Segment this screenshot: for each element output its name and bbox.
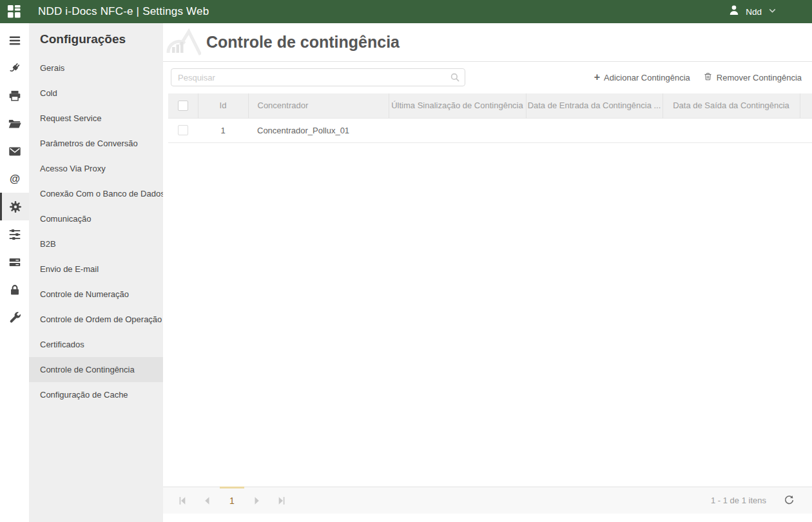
- grid-header-ultima-sinalizacao[interactable]: Última Sinalização de Contingência: [389, 93, 526, 118]
- printer-icon[interactable]: [0, 82, 29, 110]
- topbar: NDD i-Docs NFC-e | Settings Web Ndd: [0, 0, 812, 23]
- sidebar-item-conexao-banco[interactable]: Conexão Com o Banco de Dados: [29, 181, 163, 206]
- row-checkbox[interactable]: [178, 125, 188, 135]
- grid-header-row: Id Concentrador Última Sinalização de Co…: [168, 93, 812, 118]
- grid-pager: 1 1 - 1 de 1 itens: [163, 487, 812, 514]
- menu-icon[interactable]: [0, 26, 29, 54]
- svg-text:@: @: [9, 173, 19, 184]
- cell-ultima-sinalizacao: [389, 118, 526, 142]
- sidebar-item-certificados[interactable]: Certificados: [29, 332, 163, 357]
- folder-open-icon[interactable]: [0, 110, 29, 137]
- search-wrap: [171, 68, 465, 86]
- sliders-icon[interactable]: [0, 220, 29, 248]
- cell-id: 1: [198, 118, 248, 142]
- user-icon: [728, 4, 740, 19]
- plus-icon: +: [594, 72, 600, 82]
- settings-gear-icon[interactable]: [0, 193, 29, 220]
- current-page-number: 1: [229, 496, 235, 506]
- add-contingency-label: Adicionar Contingência: [604, 73, 690, 82]
- last-page-button[interactable]: [269, 487, 293, 514]
- remove-contingency-button[interactable]: Remover Contingência: [703, 72, 802, 83]
- search-icon[interactable]: [449, 72, 461, 86]
- add-contingency-button[interactable]: + Adicionar Contingência: [594, 72, 690, 82]
- cell-data-saida: [662, 118, 800, 142]
- grid-header-data-saida[interactable]: Data de Saída da Contingência: [662, 93, 800, 118]
- sidebar-item-controle-contingencia[interactable]: Controle de Contingência: [29, 357, 163, 382]
- trash-icon: [703, 72, 713, 83]
- page-number-button[interactable]: 1: [220, 487, 244, 514]
- cell-spacer: [800, 118, 812, 142]
- settings-sidebar: Configurações Gerais Cold Request Servic…: [29, 23, 163, 522]
- wrench-icon[interactable]: [0, 304, 29, 331]
- sidebar-item-controle-ordem-operacao[interactable]: Controle de Ordem de Operação: [29, 307, 163, 332]
- sidebar-item-acesso-proxy[interactable]: Acesso Via Proxy: [29, 156, 163, 181]
- sidebar-list: Gerais Cold Request Service Parâmetros d…: [29, 55, 163, 407]
- page-title: Controle de contingência: [206, 33, 400, 52]
- cell-data-entrada: [526, 118, 662, 142]
- mail-icon[interactable]: [0, 137, 29, 165]
- sidebar-item-envio-email[interactable]: Envio de E-mail: [29, 256, 163, 282]
- chevron-down-icon: [767, 5, 778, 19]
- sidebar-item-request-service[interactable]: Request Service: [29, 106, 163, 131]
- server-icon[interactable]: [0, 248, 29, 276]
- page-header: Controle de contingência: [163, 23, 812, 62]
- first-page-button[interactable]: [171, 487, 195, 514]
- sidebar-item-controle-numeracao[interactable]: Controle de Numeração: [29, 282, 163, 307]
- app-title: NDD i-Docs NFC-e | Settings Web: [38, 5, 209, 18]
- pager-right: 1 - 1 de 1 itens: [711, 494, 795, 507]
- user-menu[interactable]: Ndd: [728, 4, 778, 19]
- remove-contingency-label: Remover Contingência: [717, 73, 802, 82]
- main-content: Controle de contingência + Adicionar Con…: [163, 23, 812, 522]
- current-page-indicator: [220, 487, 244, 488]
- row-checkbox-cell: [168, 118, 198, 142]
- chart-watermark-icon: [166, 26, 201, 59]
- icon-rail: @: [0, 23, 29, 522]
- cell-concentrador: Concentrador_Pollux_01: [248, 118, 389, 142]
- sidebar-item-gerais[interactable]: Gerais: [29, 55, 163, 81]
- sidebar-item-configuracao-cache[interactable]: Configuração de Cache: [29, 382, 163, 407]
- sidebar-item-b2b[interactable]: B2B: [29, 231, 163, 256]
- lock-icon[interactable]: [0, 276, 29, 304]
- grid-header-data-entrada[interactable]: Data de Entrada da Contingência ...: [526, 93, 662, 118]
- table-row[interactable]: 1 Concentrador_Pollux_01: [168, 118, 812, 142]
- grid-header-spacer: [800, 93, 812, 118]
- grid-header-concentrador[interactable]: Concentrador: [248, 93, 389, 118]
- plug-icon[interactable]: [0, 54, 29, 82]
- sidebar-item-parametros-conversao[interactable]: Parâmetros de Conversão: [29, 131, 163, 156]
- grid-header-id[interactable]: Id: [198, 93, 248, 118]
- toolbar-buttons: + Adicionar Contingência Remover Conting…: [594, 72, 802, 83]
- pager-info: 1 - 1 de 1 itens: [711, 496, 766, 505]
- sidebar-item-cold[interactable]: Cold: [29, 81, 163, 106]
- prev-page-button[interactable]: [195, 487, 220, 514]
- search-input[interactable]: [171, 68, 465, 86]
- sidebar-heading: Configurações: [40, 32, 163, 46]
- toolbar-row: + Adicionar Contingência Remover Conting…: [171, 68, 802, 86]
- user-name: Ndd: [746, 7, 762, 17]
- grid-header-checkbox-cell: [168, 93, 198, 118]
- next-page-button[interactable]: [244, 487, 269, 514]
- contingency-grid: Id Concentrador Última Sinalização de Co…: [168, 93, 812, 143]
- refresh-button[interactable]: [783, 494, 795, 507]
- sidebar-item-comunicacao[interactable]: Comunicação: [29, 206, 163, 231]
- select-all-checkbox[interactable]: [178, 101, 188, 111]
- app-tiles-icon[interactable]: [7, 5, 21, 19]
- at-icon[interactable]: @: [0, 165, 29, 193]
